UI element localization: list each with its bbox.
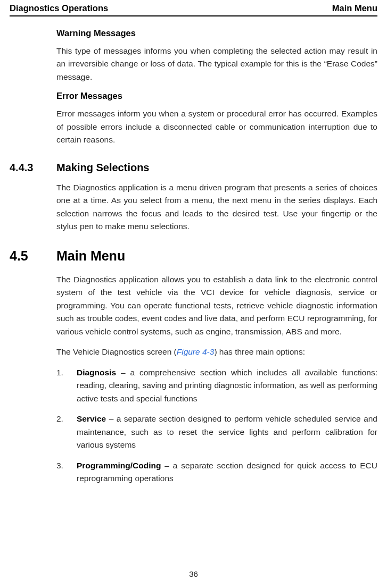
heading-warning-messages: Warning Messages xyxy=(56,28,377,38)
header-left: Diagnostics Operations xyxy=(10,3,108,13)
para-making-selections-body: The Diagnostics application is a menu dr… xyxy=(56,181,377,233)
list-rest-1: – a comprehensive section which includes… xyxy=(77,368,377,403)
para-xref-line: The Vehicle Diagnostics screen (Figure 4… xyxy=(56,346,377,358)
list-num-2: 2. xyxy=(56,413,77,451)
list-rest-2: – a separate section designed to perform… xyxy=(77,414,377,449)
list-num-3: 3. xyxy=(56,459,77,485)
xref-pre: The Vehicle Diagnostics screen ( xyxy=(56,347,177,356)
list-item: 1. Diagnosis – a comprehensive section w… xyxy=(56,366,377,405)
list-body-3: Programming/Coding – a separate section … xyxy=(77,459,377,485)
xref-post: ) has three main options: xyxy=(214,347,305,356)
page-content: Warning Messages This type of messages i… xyxy=(10,28,377,485)
heading-title-main-menu: Main Menu xyxy=(56,248,125,264)
list-item: 3. Programming/Coding – a separate secti… xyxy=(56,459,377,485)
para-main-menu-intro: The Diagnostics application allows you t… xyxy=(56,273,377,338)
header-right: Main Menu xyxy=(332,3,377,13)
heading-making-selections: 4.4.3 Making Selections xyxy=(10,162,377,174)
list-item: 2. Service – a separate section designed… xyxy=(56,413,377,451)
para-warning-body: This type of messages informs you when c… xyxy=(56,45,377,83)
list-num-1: 1. xyxy=(56,366,77,405)
list-bold-diagnosis: Diagnosis xyxy=(77,368,116,377)
list-bold-programming: Programming/Coding xyxy=(77,461,161,470)
page-header: Diagnostics Operations Main Menu xyxy=(10,0,377,16)
heading-num-45: 4.5 xyxy=(10,248,56,264)
heading-num-443: 4.4.3 xyxy=(10,162,56,174)
heading-main-menu: 4.5 Main Menu xyxy=(10,248,377,264)
figure-xref[interactable]: Figure 4-3 xyxy=(177,347,215,356)
list-bold-service: Service xyxy=(77,414,106,423)
heading-title-making-selections: Making Selections xyxy=(56,162,150,174)
page-number: 36 xyxy=(0,569,387,578)
heading-error-messages: Error Messages xyxy=(56,91,377,101)
list-body-1: Diagnosis – a comprehensive section whic… xyxy=(77,366,377,405)
list-body-2: Service – a separate section designed to… xyxy=(77,413,377,451)
para-error-body: Error messages inform you when a system … xyxy=(56,107,377,146)
